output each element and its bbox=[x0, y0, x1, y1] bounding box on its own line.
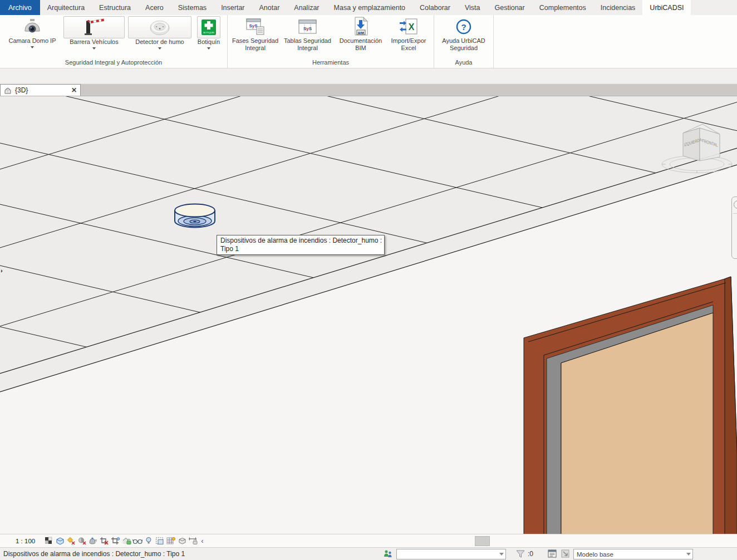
steering-wheel-icon[interactable] bbox=[734, 200, 737, 209]
temporary-hide-isolate-icon[interactable] bbox=[132, 536, 143, 546]
sun-path-icon[interactable] bbox=[66, 536, 76, 546]
chevron-down-icon bbox=[499, 553, 504, 556]
reveal-hidden-elements-icon[interactable] bbox=[144, 536, 154, 546]
worksets-icon[interactable] bbox=[383, 549, 393, 560]
editing-requests-icon[interactable] bbox=[548, 549, 557, 560]
excel-transfer-icon: X bbox=[399, 16, 419, 37]
svg-text:?: ? bbox=[461, 22, 466, 32]
tablas-seguridad-button[interactable]: SyS Tablas Seguridad Integral bbox=[281, 16, 334, 52]
filter-count: :0 bbox=[528, 550, 533, 558]
camara-domo-ip-button[interactable]: Camara Domo IP bbox=[4, 16, 61, 48]
button-label: Detector de humo bbox=[135, 38, 184, 46]
button-label: Fases Seguridad bbox=[232, 37, 278, 45]
door-frame-side-face bbox=[725, 277, 737, 534]
tab-estructura[interactable]: Estructura bbox=[92, 0, 138, 15]
tab-vista[interactable]: Vista bbox=[458, 0, 488, 15]
button-label: Documentación bbox=[340, 37, 382, 45]
tab-urbicadsi[interactable]: UrbiCADSI bbox=[642, 0, 691, 15]
view-tab-label: {3D} bbox=[15, 86, 28, 94]
svg-text:SyS: SyS bbox=[303, 26, 312, 31]
detector-humo-button[interactable]: Detector de humo bbox=[127, 16, 192, 50]
vehicle-barrier-icon bbox=[63, 16, 125, 38]
smoke-detector-icon bbox=[128, 16, 191, 38]
first-aid-kit-icon: BOTIQUÍN bbox=[197, 16, 220, 38]
shadows-icon[interactable] bbox=[77, 536, 87, 546]
filter-icon[interactable] bbox=[515, 549, 525, 560]
tab-gestionar[interactable]: Gestionar bbox=[488, 0, 532, 15]
dropdown-caret[interactable] bbox=[31, 46, 34, 48]
drawing-area[interactable]: IZQUIERDA FRONTAL Dispositivos de alarma… bbox=[0, 96, 737, 534]
design-options-pick-icon[interactable] bbox=[561, 549, 571, 560]
tab-insertar[interactable]: Insertar bbox=[214, 0, 252, 15]
dropdown-caret[interactable] bbox=[158, 47, 161, 50]
ayuda-urbicad-button[interactable]: ? Ayuda UrbiCAD Seguridad bbox=[438, 16, 489, 52]
lock-3d-view-icon[interactable] bbox=[121, 536, 131, 546]
bim-document-icon: BIM bbox=[352, 16, 369, 37]
navigation-bar-divider bbox=[733, 213, 737, 214]
rendering-dialog-icon[interactable] bbox=[88, 536, 98, 546]
reveal-constraints-icon[interactable] bbox=[188, 536, 198, 546]
tab-colaborar[interactable]: Colaborar bbox=[412, 0, 458, 15]
chevron-down-icon bbox=[686, 553, 691, 556]
displaced-elements-icon[interactable] bbox=[177, 536, 187, 546]
active-workset-combobox[interactable] bbox=[396, 549, 506, 559]
detail-level-icon[interactable] bbox=[43, 536, 53, 546]
view-control-bar: 1 : 100 bbox=[0, 534, 737, 547]
tooltip-line2: Tipo 1 bbox=[220, 245, 381, 253]
button-label: Import/Expor bbox=[391, 37, 426, 45]
svg-text:BIM: BIM bbox=[358, 31, 364, 35]
tab-sistemas[interactable]: Sistemas bbox=[171, 0, 214, 15]
element-tooltip: Dispositivos de alarma de incendios : De… bbox=[217, 235, 385, 255]
button-label: Barrera Vehículos bbox=[70, 38, 118, 46]
tab-anotar[interactable]: Anotar bbox=[252, 0, 287, 15]
show-crop-region-icon[interactable] bbox=[110, 536, 120, 546]
button-label-line2: Seguridad bbox=[450, 45, 478, 52]
analytical-model-icon[interactable] bbox=[166, 536, 176, 546]
import-export-excel-button[interactable]: X Import/Expor Excel bbox=[387, 16, 430, 52]
close-view-icon[interactable]: ✕ bbox=[71, 86, 77, 94]
panel-ayuda: ? Ayuda UrbiCAD Seguridad Ayuda bbox=[434, 15, 494, 68]
navigation-bar[interactable] bbox=[731, 197, 737, 259]
door-element[interactable] bbox=[524, 277, 737, 534]
ribbon-empty-space bbox=[494, 15, 737, 68]
tab-complementos[interactable]: Complementos bbox=[532, 0, 593, 15]
view-tab-bar: {3D} ✕ bbox=[0, 84, 737, 96]
tab-acero[interactable]: Acero bbox=[138, 0, 171, 15]
selection-status-text: Dispositivos de alarma de incendios : De… bbox=[3, 550, 185, 558]
design-option-combobox[interactable]: Modelo base bbox=[573, 549, 693, 559]
dropdown-caret[interactable] bbox=[92, 47, 96, 50]
button-label: Tablas Seguridad bbox=[284, 37, 331, 45]
button-label: Ayuda UrbiCAD bbox=[442, 37, 485, 45]
dropdown-caret[interactable] bbox=[207, 47, 210, 50]
view-tab-3d[interactable]: {3D} ✕ bbox=[0, 84, 81, 96]
visual-style-icon[interactable] bbox=[55, 536, 65, 546]
schedule-table-icon: SyS bbox=[298, 16, 318, 37]
tab-incidencias[interactable]: Incidencias bbox=[593, 0, 643, 15]
tab-arquitectura[interactable]: Arquitectura bbox=[40, 0, 92, 15]
horizontal-scrollbar-thumb[interactable] bbox=[475, 536, 490, 546]
tab-archivo[interactable]: Archivo bbox=[0, 0, 40, 15]
panel-label: Seguridad Integral y Autoprotección bbox=[3, 58, 224, 68]
view-control-collapse-icon[interactable]: ‹ bbox=[201, 537, 203, 545]
help-question-icon: ? bbox=[455, 16, 472, 37]
model-canvas[interactable]: IZQUIERDA FRONTAL bbox=[0, 96, 737, 534]
svg-text:X: X bbox=[409, 22, 415, 32]
crop-view-icon[interactable] bbox=[99, 536, 109, 546]
tab-analizar[interactable]: Analizar bbox=[287, 0, 326, 15]
section-marker: › bbox=[1, 268, 3, 273]
svg-text:BOTIQUÍN: BOTIQUÍN bbox=[203, 31, 214, 34]
barrera-vehiculos-button[interactable]: Barrera Vehículos bbox=[63, 16, 125, 50]
panel-herramientas: SyS Fases Seguridad Integral bbox=[228, 15, 434, 68]
tab-masa-emplazamiento[interactable]: Masa y emplazamiento bbox=[327, 0, 413, 15]
revit-window: Archivo Arquitectura Estructura Acero Si… bbox=[0, 0, 737, 560]
view-scale-button[interactable]: 1 : 100 bbox=[16, 538, 35, 544]
phases-window-icon: SyS bbox=[245, 16, 266, 37]
botiquin-button[interactable]: BOTIQUÍN Botiquín bbox=[194, 16, 223, 50]
smoke-detector-element[interactable] bbox=[175, 204, 215, 228]
documentacion-bim-button[interactable]: BIM Documentación BIM bbox=[336, 16, 385, 52]
temporary-view-properties-icon[interactable] bbox=[155, 536, 165, 546]
button-label-line2: Integral bbox=[297, 45, 318, 52]
fases-seguridad-button[interactable]: SyS Fases Seguridad Integral bbox=[232, 16, 279, 52]
ribbon-tab-bar: Archivo Arquitectura Estructura Acero Si… bbox=[0, 0, 737, 15]
status-bar: Dispositivos de alarma de incendios : De… bbox=[0, 547, 737, 560]
